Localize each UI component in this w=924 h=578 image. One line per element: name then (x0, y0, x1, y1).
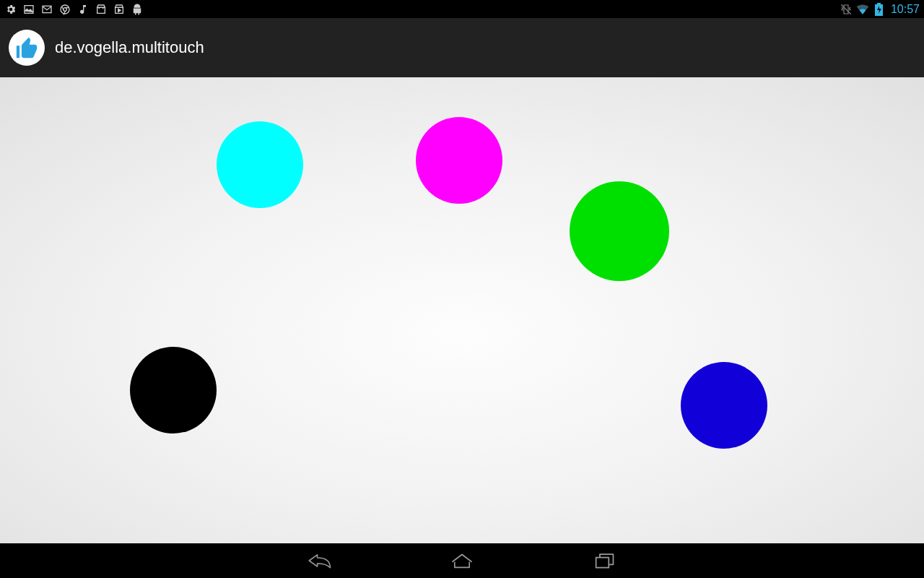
recent-apps-button[interactable] (588, 543, 622, 578)
play-store-icon (95, 3, 108, 16)
vibrate-icon (840, 3, 853, 16)
chrome-icon (58, 3, 71, 16)
play-movies-icon (113, 3, 126, 16)
navigation-bar (0, 543, 924, 578)
music-icon (77, 3, 90, 16)
thumbs-up-icon (14, 35, 39, 60)
touch-canvas[interactable] (0, 77, 924, 543)
status-right-icons: 10:57 (840, 3, 920, 16)
image-icon (22, 3, 35, 16)
action-bar: de.vogella.multitouch (0, 18, 924, 77)
svg-rect-5 (877, 3, 881, 5)
touch-point-green[interactable] (570, 181, 669, 281)
gmail-icon (40, 3, 53, 16)
status-left-icons (4, 3, 144, 16)
battery-charging-icon (873, 3, 886, 16)
svg-rect-6 (596, 558, 609, 568)
wifi-icon (856, 3, 869, 16)
home-icon (450, 551, 474, 571)
touch-point-blue[interactable] (681, 362, 767, 449)
recent-apps-icon (594, 551, 616, 570)
touch-point-cyan[interactable] (217, 121, 303, 208)
touch-point-magenta[interactable] (416, 117, 502, 204)
app-icon (9, 30, 45, 66)
settings-icon (4, 3, 17, 16)
home-button[interactable] (445, 543, 479, 578)
back-button[interactable] (302, 543, 336, 578)
status-clock: 10:57 (891, 3, 920, 16)
app-title: de.vogella.multitouch (55, 38, 204, 57)
touch-point-black[interactable] (130, 347, 217, 434)
back-icon (307, 551, 331, 571)
status-bar: 10:57 (0, 0, 924, 18)
android-icon (131, 3, 144, 16)
